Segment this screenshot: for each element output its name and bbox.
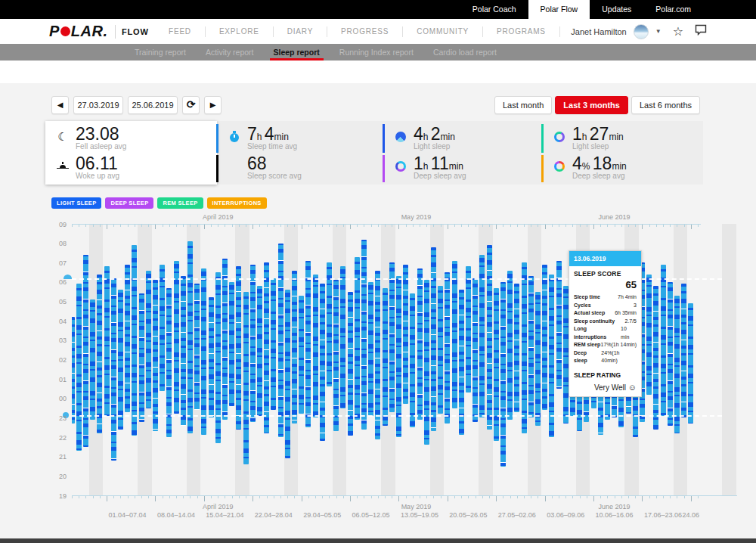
- top-tab-updates[interactable]: Updates: [590, 0, 643, 19]
- sleep-bar[interactable]: [681, 284, 686, 417]
- feedback-chat-icon[interactable]: [695, 24, 707, 39]
- sleep-bar[interactable]: [368, 282, 373, 416]
- sleep-bar[interactable]: [118, 290, 123, 430]
- sleep-bar[interactable]: [535, 292, 541, 426]
- sleep-bar[interactable]: [160, 265, 165, 391]
- legend-chip-interruptions[interactable]: INTERRUPTIONS: [207, 197, 267, 209]
- sleep-bar[interactable]: [97, 275, 102, 433]
- sleep-bar[interactable]: [76, 284, 82, 451]
- sleep-bar[interactable]: [688, 303, 693, 424]
- sleep-bar[interactable]: [72, 317, 75, 424]
- sleep-bar[interactable]: [383, 288, 388, 426]
- sleep-bar[interactable]: [90, 299, 95, 420]
- sleep-bar[interactable]: [104, 266, 110, 415]
- sleep-bar[interactable]: [174, 261, 179, 414]
- avatar[interactable]: [634, 24, 649, 39]
- subnav-tab-activity-report[interactable]: Activity report: [196, 44, 264, 61]
- sleep-bar[interactable]: [285, 290, 290, 458]
- sleep-bar[interactable]: [111, 278, 116, 461]
- sleep-bar[interactable]: [445, 272, 450, 424]
- sleep-bar[interactable]: [396, 276, 401, 437]
- sleep-bar[interactable]: [661, 265, 666, 416]
- sleep-bar[interactable]: [132, 245, 137, 435]
- favorite-star-icon[interactable]: ☆: [673, 24, 683, 39]
- sleep-bar[interactable]: [417, 268, 423, 420]
- sleep-bar[interactable]: [389, 262, 395, 411]
- sleep-bar[interactable]: [472, 278, 478, 422]
- sleep-bar[interactable]: [250, 265, 256, 422]
- sleep-bar[interactable]: [257, 286, 262, 416]
- sleep-bar[interactable]: [305, 261, 311, 428]
- sleep-bar[interactable]: [194, 284, 200, 410]
- sleep-bar[interactable]: [292, 271, 297, 424]
- sleep-bar[interactable]: [542, 265, 547, 410]
- sleep-bar[interactable]: [320, 284, 325, 441]
- sleep-bar[interactable]: [375, 271, 380, 439]
- sleep-bar[interactable]: [299, 296, 304, 414]
- sleep-bar[interactable]: [264, 262, 269, 433]
- nav-item-community[interactable]: COMMUNITY: [403, 26, 483, 37]
- sleep-bar[interactable]: [514, 284, 519, 411]
- range-button-last-3-months[interactable]: Last 3 months: [555, 96, 628, 114]
- sleep-bar[interactable]: [340, 266, 345, 408]
- sleep-bar[interactable]: [139, 293, 144, 421]
- sleep-bar[interactable]: [215, 272, 221, 443]
- sleep-bar[interactable]: [507, 271, 513, 420]
- sleep-bar[interactable]: [452, 261, 457, 408]
- sleep-bar[interactable]: [187, 241, 193, 433]
- sleep-bar[interactable]: [222, 259, 228, 420]
- polar-logo[interactable]: PLAR.: [49, 23, 108, 40]
- sleep-bar[interactable]: [438, 286, 443, 414]
- sleep-bar[interactable]: [181, 276, 186, 425]
- sleep-bar[interactable]: [146, 271, 151, 408]
- sleep-bar[interactable]: [83, 255, 88, 447]
- sleep-bar[interactable]: [209, 297, 214, 417]
- sleep-bar[interactable]: [355, 257, 360, 420]
- subnav-tab-cardio-load-report[interactable]: Cardio load report: [423, 44, 507, 61]
- top-tab-polar-com[interactable]: Polar.com: [643, 0, 703, 19]
- sleep-bar[interactable]: [243, 292, 249, 464]
- sleep-bar[interactable]: [201, 268, 206, 436]
- nav-item-diary[interactable]: DIARY: [274, 26, 327, 37]
- nav-item-progress[interactable]: PROGRESS: [327, 26, 403, 37]
- sleep-bar[interactable]: [528, 276, 534, 417]
- legend-chip-light-sleep[interactable]: LIGHT SLEEP: [51, 197, 101, 209]
- refresh-icon[interactable]: ⟳: [182, 96, 200, 114]
- chevron-down-icon[interactable]: ▼: [655, 28, 662, 35]
- sleep-bar[interactable]: [459, 290, 464, 435]
- sleep-bar[interactable]: [563, 286, 569, 424]
- nav-item-explore[interactable]: EXPLORE: [206, 26, 274, 37]
- date-from-input[interactable]: 27.03.2019: [73, 96, 123, 114]
- sleep-bar[interactable]: [674, 296, 680, 433]
- top-tab-polar-coach[interactable]: Polar Coach: [460, 0, 528, 19]
- sleep-bar[interactable]: [333, 280, 339, 431]
- sleep-bar[interactable]: [549, 275, 554, 437]
- nav-item-programs[interactable]: PROGRAMS: [483, 26, 560, 37]
- sleep-bar[interactable]: [313, 275, 318, 418]
- sleep-bar[interactable]: [236, 266, 241, 429]
- date-to-input[interactable]: 25.06.2019: [128, 96, 178, 114]
- sleep-bar[interactable]: [229, 282, 234, 406]
- legend-chip-rem-sleep[interactable]: REM SLEEP: [157, 197, 203, 209]
- next-period-button[interactable]: ▶: [204, 96, 222, 114]
- sleep-bar[interactable]: [348, 292, 353, 436]
- sleep-bar[interactable]: [653, 286, 658, 430]
- sleep-bar[interactable]: [361, 240, 367, 430]
- sleep-bar[interactable]: [278, 244, 284, 437]
- sleep-bar[interactable]: [487, 245, 492, 430]
- top-tab-polar-flow[interactable]: Polar Flow: [528, 0, 590, 19]
- sleep-bar[interactable]: [424, 280, 429, 445]
- subnav-tab-training-report[interactable]: Training report: [125, 44, 196, 61]
- legend-chip-deep-sleep[interactable]: DEEP SLEEP: [105, 197, 153, 209]
- sleep-bar[interactable]: [431, 247, 436, 432]
- sleep-bar[interactable]: [410, 293, 415, 427]
- sleep-bar[interactable]: [668, 282, 673, 426]
- sleep-bar[interactable]: [125, 265, 130, 412]
- sleep-bar[interactable]: [522, 262, 527, 433]
- sleep-bar[interactable]: [327, 262, 332, 386]
- user-name[interactable]: Janet Hamilton: [571, 27, 626, 36]
- prev-period-button[interactable]: ◀: [51, 96, 69, 114]
- nav-item-feed[interactable]: FEED: [155, 26, 206, 37]
- sleep-bar[interactable]: [153, 280, 158, 431]
- subnav-tab-sleep-report[interactable]: Sleep report: [264, 44, 330, 61]
